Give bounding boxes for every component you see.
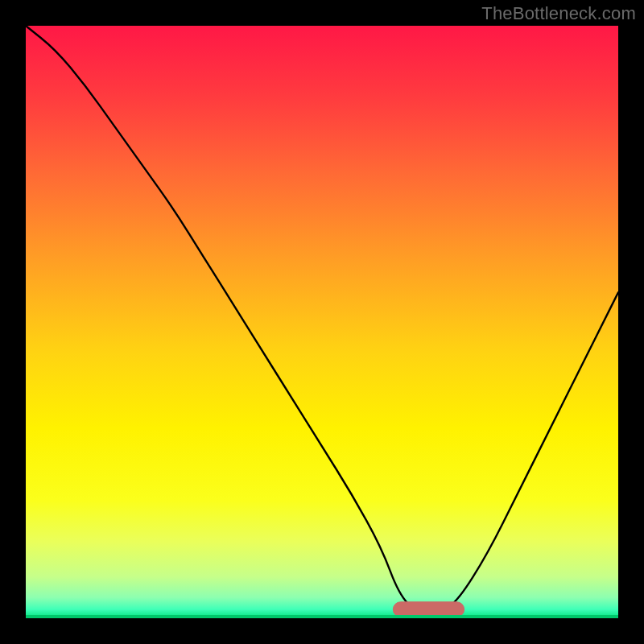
watermark-text: TheBottleneck.com xyxy=(481,3,636,24)
bottleneck-chart xyxy=(0,0,644,644)
heat-gradient-background xyxy=(26,26,618,618)
chart-frame: TheBottleneck.com xyxy=(0,0,644,644)
optimal-range-marker xyxy=(393,602,464,617)
baseline-strip xyxy=(26,615,618,618)
